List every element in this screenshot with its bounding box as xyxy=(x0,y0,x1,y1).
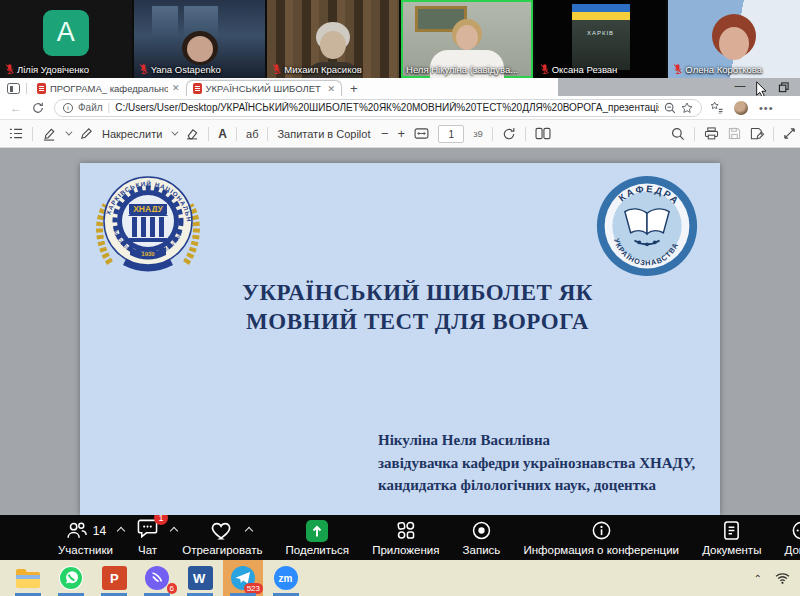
table-of-contents-icon[interactable] xyxy=(9,127,23,140)
ukrainoznavstvo-department-logo: КАФЕДРА УКРАЇНОЗНАВСТВА xyxy=(594,173,700,279)
zoom-in-button[interactable]: + xyxy=(398,126,406,141)
participant-tile[interactable]: Yana Ostapenko xyxy=(134,0,266,78)
viber-icon[interactable]: 6 xyxy=(143,564,171,592)
copilot-button[interactable]: Запитати в Copilot xyxy=(277,128,370,140)
participants-button[interactable]: 14 Участники xyxy=(58,520,113,556)
participant-tile[interactable]: Михаил Красиков xyxy=(267,0,399,78)
chevron-down-icon[interactable] xyxy=(65,129,72,136)
react-button[interactable]: Отреагировать xyxy=(182,520,262,556)
tab-title: УКРАЇНСЬКИЙ ШИБОЛЕТ ЯК МО xyxy=(206,83,324,94)
draw-label[interactable]: Накреслити xyxy=(102,128,162,140)
mic-muted-icon xyxy=(540,63,549,75)
participant-tile-active-speaker[interactable]: Неля Нікуліна (завідува... xyxy=(401,0,533,78)
powerpoint-icon[interactable]: P xyxy=(100,564,128,592)
apps-button[interactable]: Приложения xyxy=(372,520,439,556)
telegram-tile-highlighted[interactable]: 523 xyxy=(223,560,263,596)
meeting-info-button[interactable]: Информация о конференции xyxy=(523,520,679,556)
word-icon[interactable]: W xyxy=(186,564,214,592)
favorite-star-icon[interactable] xyxy=(681,102,693,114)
documents-button[interactable]: Документы xyxy=(702,520,761,556)
browser-menu-icon[interactable]: ••• xyxy=(759,102,774,114)
chat-button[interactable]: 1 Чат xyxy=(136,520,159,556)
print-icon[interactable] xyxy=(704,127,719,140)
chat-badge: 1 xyxy=(154,515,168,525)
fullscreen-icon[interactable] xyxy=(783,127,796,140)
draw-pen-icon[interactable] xyxy=(79,127,93,141)
control-label: Чат xyxy=(138,544,157,556)
window-restore-button[interactable] xyxy=(776,82,792,93)
search-icon[interactable] xyxy=(671,127,685,141)
whatsapp-icon[interactable] xyxy=(57,564,85,592)
page-number-input[interactable]: 1 xyxy=(438,125,464,143)
participant-tile[interactable]: А Лілія Удовіченко xyxy=(0,0,132,78)
participant-strip: А Лілія Удовіченко Yana Ostapenko Михаил… xyxy=(0,0,800,78)
slide-title-line2: МОВНИЙ ТЕСТ ДЛЯ ВОРОГА xyxy=(130,308,705,337)
file-explorer-icon[interactable] xyxy=(14,564,42,592)
tab-programa[interactable]: ПРОГРАМА_ кафедральної конф ✕ xyxy=(31,80,186,96)
slide-title: УКРАЇНСЬКИЙ ШИБОЛЕТ ЯК МОВНИЙ ТЕСТ ДЛЯ В… xyxy=(130,279,705,336)
participant-name: Олена Короткова xyxy=(685,64,762,75)
save-icon[interactable] xyxy=(728,127,741,140)
share-screen-icon xyxy=(306,520,328,542)
save-as-icon[interactable] xyxy=(750,127,764,141)
more-button[interactable]: Допол xyxy=(785,520,800,556)
chevron-down-icon[interactable] xyxy=(172,129,179,136)
share-screen-button[interactable]: Поделиться xyxy=(286,520,350,556)
eraser-icon[interactable] xyxy=(185,127,199,140)
video-picture: ХАРКІВ xyxy=(572,4,630,70)
wifi-icon[interactable] xyxy=(775,572,790,584)
zoom-app-icon[interactable]: zm xyxy=(272,564,300,592)
read-aloud-icon[interactable]: аб xyxy=(246,128,258,140)
participants-icon xyxy=(65,520,88,541)
author-name: Нікуліна Неля Василівна xyxy=(378,429,695,452)
refresh-icon[interactable] xyxy=(32,102,44,114)
highlighter-icon[interactable] xyxy=(42,127,56,141)
divider xyxy=(773,127,774,141)
window-minimize-button[interactable]: — xyxy=(732,79,748,91)
svg-text:zm: zm xyxy=(279,573,293,584)
chevron-up-icon[interactable] xyxy=(245,526,253,534)
window-titlebar: — xyxy=(558,78,800,96)
tab-close-icon[interactable]: ✕ xyxy=(328,84,336,94)
tab-close-icon[interactable]: ✕ xyxy=(172,83,180,93)
telegram-badge: 523 xyxy=(244,583,263,594)
browser-tab-strip: ПРОГРАМА_ кафедральної конф ✕ УКРАЇНСЬКИ… xyxy=(0,78,800,96)
mic-muted-icon xyxy=(673,63,682,75)
collections-icon[interactable] xyxy=(710,101,723,114)
fit-width-icon[interactable] xyxy=(414,128,429,139)
divider xyxy=(236,127,237,141)
back-icon[interactable]: ← xyxy=(10,101,22,115)
slide-author-block: Нікуліна Неля Василівна завідувачка кафе… xyxy=(378,429,695,497)
apps-icon xyxy=(395,520,417,541)
telegram-icon[interactable]: 523 xyxy=(229,564,257,592)
tab-shibolet-active[interactable]: УКРАЇНСЬКИЙ ШИБОЛЕТ ЯК МО ✕ xyxy=(186,80,343,96)
address-field[interactable]: i Файл | C:/Users/User/Desktop/УКРАЇНСЬК… xyxy=(54,99,702,117)
tab-actions-icon[interactable] xyxy=(7,83,20,94)
flag-blue xyxy=(572,4,630,12)
zoom-page-icon[interactable] xyxy=(664,102,676,114)
participant-tile[interactable]: Олена Короткова xyxy=(668,0,800,78)
pdf-toolbar: Накреслити A аб Запитати в Copilot − + 1… xyxy=(0,120,800,148)
viber-badge: 6 xyxy=(167,583,177,594)
tray-expand-icon[interactable]: ⌃ xyxy=(754,573,762,584)
pdf-viewport[interactable]: ХАРКІВСЬКИЙ НАЦІОНАЛЬНИЙ АВТОМОБІЛЬНО-ДО… xyxy=(0,148,800,515)
chevron-up-icon[interactable] xyxy=(170,526,178,534)
participant-name: Оксана Резван xyxy=(552,64,618,75)
pdf-file-icon xyxy=(193,83,202,94)
divider xyxy=(26,83,27,94)
rotate-icon[interactable] xyxy=(502,127,516,141)
page-info-icon[interactable]: i xyxy=(63,103,73,113)
control-label: Участники xyxy=(58,544,113,556)
page-view-icon[interactable] xyxy=(535,127,551,140)
mic-muted-icon xyxy=(139,63,148,75)
divider xyxy=(208,127,209,141)
text-size-icon[interactable]: A xyxy=(218,127,227,141)
participant-name: Михаил Красиков xyxy=(284,64,361,75)
chevron-up-icon[interactable] xyxy=(117,526,125,534)
divider xyxy=(525,127,526,141)
zoom-out-button[interactable]: − xyxy=(381,126,389,141)
record-button[interactable]: Запись xyxy=(463,520,501,556)
participant-tile[interactable]: ХАРКІВ Оксана Резван xyxy=(535,0,667,78)
profile-avatar[interactable] xyxy=(734,101,748,115)
new-tab-button[interactable]: + xyxy=(350,81,358,96)
